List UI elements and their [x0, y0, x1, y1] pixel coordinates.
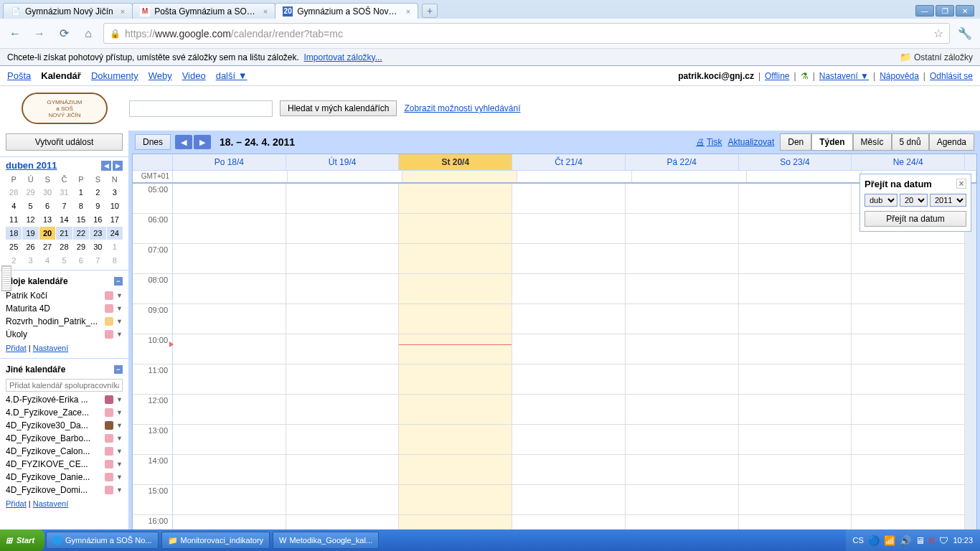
mini-day[interactable]: 1 — [107, 240, 123, 253]
nav-link[interactable]: Video — [182, 70, 206, 81]
mini-day[interactable]: 30 — [90, 240, 105, 253]
reload-button[interactable]: ⟳ — [55, 24, 73, 43]
calendar-color-chip[interactable] — [105, 473, 113, 481]
mini-day[interactable]: 4 — [6, 199, 22, 212]
calendar-item[interactable]: 4D_Fyzikove_Domi...▼ — [0, 484, 128, 496]
next-period-button[interactable]: ▶ — [194, 135, 211, 149]
browser-tab[interactable]: 📄Gymnázium Nový Jičín× — [3, 3, 133, 19]
calendar-item[interactable]: 4D_FYZIKOVE_CE...▼ — [0, 458, 128, 471]
other-bookmarks[interactable]: 📁 Ostatní záložky — [900, 52, 973, 62]
day-header[interactable]: Po 18/4 — [173, 154, 286, 170]
allday-cell[interactable] — [288, 171, 402, 182]
calendar-color-chip[interactable] — [105, 408, 113, 417]
calendar-item[interactable]: 4D_Fyzikove_Barbo...▼ — [0, 432, 128, 445]
search-options-link[interactable]: Zobrazit možnosti vyhledávání — [404, 103, 520, 113]
mini-day[interactable]: 3 — [22, 254, 38, 267]
calendar-color-chip[interactable] — [105, 395, 113, 404]
calendar-color-chip[interactable] — [105, 421, 113, 430]
mini-day[interactable]: 1 — [73, 186, 89, 199]
dropdown-icon[interactable]: ▼ — [116, 292, 123, 299]
day-column[interactable] — [173, 184, 286, 545]
mini-day[interactable]: 6 — [39, 199, 55, 212]
mini-day[interactable]: 3 — [107, 186, 123, 199]
taskbar-item[interactable]: 📁Monitorovaci_indikatory — [161, 532, 270, 549]
today-button[interactable]: Dnes — [135, 134, 171, 150]
search-input[interactable] — [129, 100, 273, 117]
browser-tab[interactable]: 20Gymnázium a SOŠ Nový Jičí...× — [275, 3, 418, 19]
view-tab[interactable]: Agenda — [929, 133, 974, 151]
mini-day[interactable]: 11 — [6, 213, 22, 226]
calendar-item[interactable]: Rozvrh_hodin_Patrik_...▼ — [0, 315, 128, 328]
dropdown-icon[interactable]: ▼ — [116, 422, 123, 429]
mini-day[interactable]: 13 — [39, 213, 55, 226]
mini-day[interactable]: 4 — [39, 254, 55, 267]
calendar-item[interactable]: 4.D-Fyzikové-Erika ...▼ — [0, 393, 128, 406]
calendar-item[interactable]: 4D_Fyzikove_Danie...▼ — [0, 471, 128, 484]
calendar-color-chip[interactable] — [105, 291, 113, 300]
mini-day[interactable]: 9 — [90, 199, 105, 212]
taskbar-item[interactable]: 🌐Gymnázium a SOŠ No... — [46, 532, 158, 549]
nav-link[interactable]: Weby — [149, 70, 172, 81]
day-header[interactable]: Út 19/4 — [286, 154, 400, 170]
day-header[interactable]: Ne 24/4 — [852, 154, 965, 170]
mini-day[interactable]: 28 — [6, 186, 22, 199]
print-link[interactable]: 🖨 Tisk — [696, 137, 722, 147]
browser-tab[interactable]: MPošta Gymnázium a SOŠ N...× — [132, 3, 275, 19]
allday-cell[interactable] — [747, 171, 862, 182]
nav-link[interactable]: Dokumenty — [91, 70, 138, 81]
mini-day[interactable]: 21 — [56, 227, 72, 240]
mini-day[interactable]: 29 — [73, 240, 89, 253]
goto-day-select[interactable]: 20 — [900, 194, 928, 207]
tab-close-icon[interactable]: × — [121, 7, 125, 16]
url-bar[interactable]: 🔒 https://www.google.com/calendar/render… — [103, 23, 950, 44]
taskbar-item[interactable]: WMetodika_Google_kal... — [273, 532, 379, 549]
tray-icon[interactable]: 🛡 — [939, 535, 948, 546]
calendar-item[interactable]: 4D_Fyzikove_Calon...▼ — [0, 445, 128, 458]
lang-indicator[interactable]: CS — [853, 536, 864, 545]
goto-close-button[interactable]: × — [956, 179, 966, 189]
view-tab[interactable]: Měsíc — [853, 133, 892, 151]
search-button[interactable]: Hledat v mých kalendářích — [280, 100, 397, 116]
dropdown-icon[interactable]: ▼ — [116, 461, 123, 468]
mini-day[interactable]: 29 — [22, 186, 38, 199]
calendar-item[interactable]: Úkoly▼ — [0, 328, 128, 341]
day-column[interactable] — [739, 184, 852, 545]
other-settings-link[interactable]: Nastavení — [33, 499, 69, 508]
allday-cell[interactable] — [173, 171, 288, 182]
day-header[interactable]: St 20/4 — [399, 154, 512, 170]
refresh-link[interactable]: Aktualizovat — [728, 137, 775, 147]
mini-day[interactable]: 16 — [90, 213, 105, 226]
mini-day[interactable]: 7 — [56, 199, 72, 212]
mini-prev-button[interactable]: ◀ — [101, 161, 111, 171]
minimize-button[interactable]: ― — [915, 5, 934, 17]
home-button[interactable]: ⌂ — [79, 24, 98, 43]
dropdown-icon[interactable]: ▼ — [116, 331, 123, 338]
mini-day[interactable]: 31 — [56, 186, 72, 199]
start-button[interactable]: ⊞ Start — [0, 529, 44, 551]
collapse-icon[interactable]: − — [114, 365, 123, 374]
clock[interactable]: 10:23 — [953, 536, 973, 545]
mini-day[interactable]: 18 — [6, 227, 22, 240]
wrench-icon[interactable]: 🔧 — [956, 24, 974, 43]
sidebar-handle[interactable] — [1, 265, 11, 291]
mini-day[interactable]: 8 — [73, 199, 89, 212]
view-tab[interactable]: Den — [780, 133, 811, 151]
calendar-item[interactable]: 4.D_Fyzikove_Zace...▼ — [0, 406, 128, 419]
maximize-button[interactable]: ❐ — [936, 5, 954, 17]
add-coworker-input[interactable] — [6, 379, 123, 392]
tray-icon[interactable]: 🔊 — [900, 535, 911, 546]
goto-year-select[interactable]: 2011 — [930, 194, 966, 207]
day-column[interactable] — [399, 184, 512, 545]
mini-day[interactable]: 5 — [22, 199, 38, 212]
tray-icon[interactable]: 📶 — [884, 535, 895, 546]
mini-day[interactable]: 27 — [39, 240, 55, 253]
calendar-color-chip[interactable] — [105, 434, 113, 443]
calendar-settings-link[interactable]: Nastavení — [33, 344, 69, 352]
day-column[interactable] — [626, 184, 739, 545]
allday-cell[interactable] — [402, 171, 517, 182]
dropdown-icon[interactable]: ▼ — [116, 318, 123, 325]
add-calendar-link[interactable]: Přidat — [6, 344, 27, 352]
labs-icon[interactable]: ⚗ — [801, 71, 809, 81]
calendar-color-chip[interactable] — [105, 460, 113, 468]
signout-link[interactable]: Odhlásit se — [930, 71, 973, 81]
